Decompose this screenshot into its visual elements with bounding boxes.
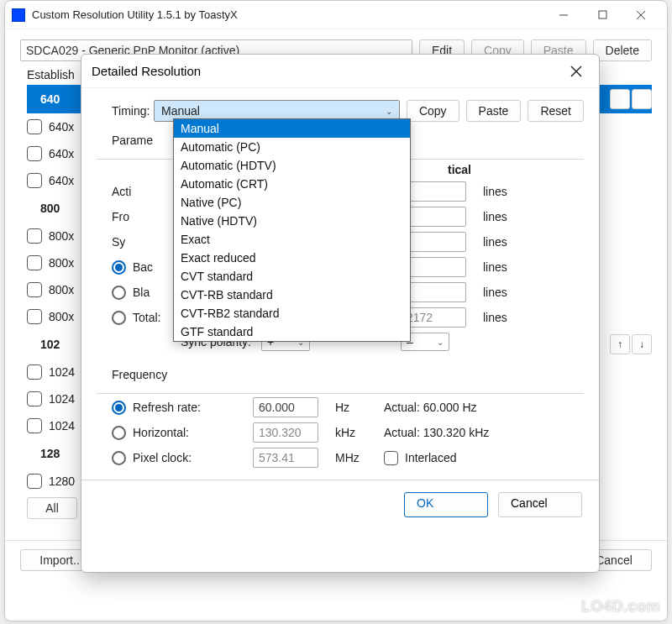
timing-option[interactable]: Automatic (CRT) [174,175,410,193]
timing-option[interactable]: Native (PC) [174,193,410,212]
blanking-radio[interactable] [112,286,126,300]
checkbox[interactable] [27,173,42,188]
timing-label: Timing: [97,104,147,118]
refresh-rate-radio[interactable] [112,401,126,415]
frequency-label: Frequency [97,368,167,381]
timing-option[interactable]: Manual [174,119,410,138]
timing-option[interactable]: CVT-RB2 standard [174,304,410,322]
timing-option[interactable]: GTF standard [174,322,410,341]
unit-lines: lines [483,185,523,198]
timing-option[interactable]: Native (HDTV) [174,212,410,230]
chevron-down-icon: ⌄ [437,338,444,347]
delete-button[interactable]: Delete [593,39,652,61]
move-down-button[interactable]: ↓ [632,89,652,109]
dlg-paste-button[interactable]: Paste [466,100,522,122]
checkbox[interactable] [27,119,42,134]
checkbox[interactable] [27,282,42,297]
group-header-text: 128 [27,447,60,460]
refresh-actual-label: Actual: 60.000 Hz [384,401,560,414]
window-close-button[interactable] [622,3,660,28]
blanking-label: Bla [133,286,150,299]
checkbox[interactable] [27,309,42,324]
horizontal-radio[interactable] [112,426,126,440]
dialog-cancel-button[interactable]: Cancel [498,492,582,517]
pixel-clock-label: Pixel clock: [133,451,192,464]
svg-rect-1 [599,11,606,18]
move-up-button[interactable]: ↑ [610,334,630,354]
dialog-close-button[interactable] [564,59,589,84]
refresh-rate-label: Refresh rate: [133,401,201,414]
horizontal-actual-label: Actual: 130.320 kHz [384,426,560,439]
dialog-titlebar: Detailed Resolution [81,55,599,88]
checkbox[interactable] [27,474,42,489]
dialog-footer: OK Cancel [81,480,599,529]
window-title: Custom Resolution Utility 1.5.1 by Toast… [32,8,544,21]
dialog-title: Detailed Resolution [92,64,201,78]
titlebar: Custom Resolution Utility 1.5.1 by Toast… [5,1,667,29]
move-down-button[interactable]: ↓ [632,334,652,354]
move-up-button[interactable]: ↑ [610,89,630,109]
app-icon [12,8,25,22]
checkbox[interactable] [27,146,42,161]
watermark: LO4D.com [581,598,660,616]
checkbox[interactable] [27,418,42,433]
pixel-clock-radio[interactable] [112,451,126,465]
all-button[interactable]: All [27,497,77,519]
vertical-column-header: tical [401,163,476,176]
parameters-label: Parame [97,134,153,147]
dlg-reset-button[interactable]: Reset [528,100,584,122]
chevron-down-icon: ⌄ [386,107,392,116]
minimize-button[interactable] [544,3,583,28]
timing-option[interactable]: Exact [174,230,410,249]
timing-option[interactable]: CVT standard [174,267,410,286]
total-radio[interactable] [112,311,126,325]
checkbox[interactable] [27,364,42,380]
timing-dropdown[interactable]: Manual Automatic (PC) Automatic (HDTV) A… [173,118,411,342]
dlg-copy-button[interactable]: Copy [407,100,459,122]
timing-option[interactable]: Automatic (PC) [174,138,410,156]
back-porch-radio[interactable] [112,260,126,275]
timing-option[interactable]: Exact reduced [174,249,410,267]
pixel-clock-input[interactable] [253,448,318,468]
timing-option[interactable]: Automatic (HDTV) [174,156,410,175]
back-label: Bac [133,260,153,274]
dialog-ok-button[interactable]: OK [404,492,488,517]
horizontal-input[interactable] [253,422,318,443]
maximize-button[interactable] [583,3,622,28]
horizontal-label: Horizontal: [133,426,189,439]
checkbox[interactable] [27,255,42,270]
total-label: Total: [133,311,160,324]
group-header-text: 640 [27,92,60,106]
refresh-rate-input[interactable] [253,397,318,417]
group-header-text: 800 [27,202,60,215]
interlaced-label: Interlaced [405,451,456,464]
checkbox[interactable] [27,391,42,406]
group-header-text: 102 [27,338,60,351]
interlaced-checkbox[interactable] [384,451,398,465]
checkbox[interactable] [27,228,42,244]
timing-option[interactable]: CVT-RB standard [174,286,410,304]
timing-select-value: Manual [161,104,200,118]
